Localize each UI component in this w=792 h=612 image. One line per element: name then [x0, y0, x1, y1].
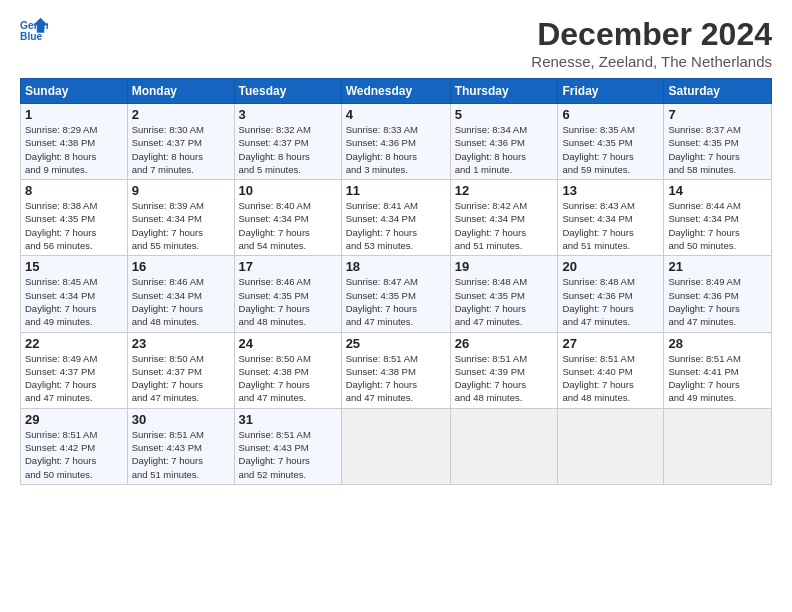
day-cell: 18Sunrise: 8:47 AM Sunset: 4:35 PM Dayli… [341, 256, 450, 332]
day-number: 14 [668, 183, 767, 198]
day-number: 4 [346, 107, 446, 122]
week-row-4: 22Sunrise: 8:49 AM Sunset: 4:37 PM Dayli… [21, 332, 772, 408]
day-info: Sunrise: 8:35 AM Sunset: 4:35 PM Dayligh… [562, 123, 659, 176]
day-info: Sunrise: 8:49 AM Sunset: 4:37 PM Dayligh… [25, 352, 123, 405]
day-cell: 9Sunrise: 8:39 AM Sunset: 4:34 PM Daylig… [127, 180, 234, 256]
day-info: Sunrise: 8:37 AM Sunset: 4:35 PM Dayligh… [668, 123, 767, 176]
day-cell [341, 408, 450, 484]
day-info: Sunrise: 8:49 AM Sunset: 4:36 PM Dayligh… [668, 275, 767, 328]
day-cell: 8Sunrise: 8:38 AM Sunset: 4:35 PM Daylig… [21, 180, 128, 256]
day-number: 1 [25, 107, 123, 122]
day-number: 24 [239, 336, 337, 351]
day-info: Sunrise: 8:38 AM Sunset: 4:35 PM Dayligh… [25, 199, 123, 252]
day-cell: 19Sunrise: 8:48 AM Sunset: 4:35 PM Dayli… [450, 256, 558, 332]
day-cell: 20Sunrise: 8:48 AM Sunset: 4:36 PM Dayli… [558, 256, 664, 332]
column-header-monday: Monday [127, 79, 234, 104]
day-info: Sunrise: 8:47 AM Sunset: 4:35 PM Dayligh… [346, 275, 446, 328]
day-info: Sunrise: 8:51 AM Sunset: 4:43 PM Dayligh… [132, 428, 230, 481]
day-info: Sunrise: 8:41 AM Sunset: 4:34 PM Dayligh… [346, 199, 446, 252]
day-number: 27 [562, 336, 659, 351]
day-cell: 31Sunrise: 8:51 AM Sunset: 4:43 PM Dayli… [234, 408, 341, 484]
day-info: Sunrise: 8:29 AM Sunset: 4:38 PM Dayligh… [25, 123, 123, 176]
header: General Blue December 2024 Renesse, Zeel… [20, 16, 772, 70]
column-header-thursday: Thursday [450, 79, 558, 104]
day-number: 21 [668, 259, 767, 274]
day-cell: 15Sunrise: 8:45 AM Sunset: 4:34 PM Dayli… [21, 256, 128, 332]
column-header-friday: Friday [558, 79, 664, 104]
day-info: Sunrise: 8:48 AM Sunset: 4:36 PM Dayligh… [562, 275, 659, 328]
day-cell: 26Sunrise: 8:51 AM Sunset: 4:39 PM Dayli… [450, 332, 558, 408]
day-number: 6 [562, 107, 659, 122]
column-header-wednesday: Wednesday [341, 79, 450, 104]
logo-icon: General Blue [20, 16, 48, 44]
day-info: Sunrise: 8:32 AM Sunset: 4:37 PM Dayligh… [239, 123, 337, 176]
day-cell: 6Sunrise: 8:35 AM Sunset: 4:35 PM Daylig… [558, 104, 664, 180]
day-info: Sunrise: 8:51 AM Sunset: 4:42 PM Dayligh… [25, 428, 123, 481]
day-cell: 13Sunrise: 8:43 AM Sunset: 4:34 PM Dayli… [558, 180, 664, 256]
day-cell: 7Sunrise: 8:37 AM Sunset: 4:35 PM Daylig… [664, 104, 772, 180]
day-number: 26 [455, 336, 554, 351]
calendar-page: General Blue December 2024 Renesse, Zeel… [0, 0, 792, 612]
day-number: 20 [562, 259, 659, 274]
day-info: Sunrise: 8:51 AM Sunset: 4:39 PM Dayligh… [455, 352, 554, 405]
column-header-tuesday: Tuesday [234, 79, 341, 104]
day-cell: 5Sunrise: 8:34 AM Sunset: 4:36 PM Daylig… [450, 104, 558, 180]
calendar-table: SundayMondayTuesdayWednesdayThursdayFrid… [20, 78, 772, 485]
day-info: Sunrise: 8:39 AM Sunset: 4:34 PM Dayligh… [132, 199, 230, 252]
day-cell: 2Sunrise: 8:30 AM Sunset: 4:37 PM Daylig… [127, 104, 234, 180]
day-info: Sunrise: 8:44 AM Sunset: 4:34 PM Dayligh… [668, 199, 767, 252]
day-cell: 14Sunrise: 8:44 AM Sunset: 4:34 PM Dayli… [664, 180, 772, 256]
day-cell: 29Sunrise: 8:51 AM Sunset: 4:42 PM Dayli… [21, 408, 128, 484]
day-number: 19 [455, 259, 554, 274]
week-row-1: 1Sunrise: 8:29 AM Sunset: 4:38 PM Daylig… [21, 104, 772, 180]
day-number: 12 [455, 183, 554, 198]
week-row-2: 8Sunrise: 8:38 AM Sunset: 4:35 PM Daylig… [21, 180, 772, 256]
day-cell: 24Sunrise: 8:50 AM Sunset: 4:38 PM Dayli… [234, 332, 341, 408]
day-cell: 17Sunrise: 8:46 AM Sunset: 4:35 PM Dayli… [234, 256, 341, 332]
day-info: Sunrise: 8:51 AM Sunset: 4:38 PM Dayligh… [346, 352, 446, 405]
day-cell: 21Sunrise: 8:49 AM Sunset: 4:36 PM Dayli… [664, 256, 772, 332]
day-cell: 30Sunrise: 8:51 AM Sunset: 4:43 PM Dayli… [127, 408, 234, 484]
day-cell: 10Sunrise: 8:40 AM Sunset: 4:34 PM Dayli… [234, 180, 341, 256]
day-number: 25 [346, 336, 446, 351]
day-number: 7 [668, 107, 767, 122]
day-number: 5 [455, 107, 554, 122]
day-number: 30 [132, 412, 230, 427]
day-number: 10 [239, 183, 337, 198]
day-cell: 28Sunrise: 8:51 AM Sunset: 4:41 PM Dayli… [664, 332, 772, 408]
day-info: Sunrise: 8:51 AM Sunset: 4:41 PM Dayligh… [668, 352, 767, 405]
day-number: 22 [25, 336, 123, 351]
day-number: 28 [668, 336, 767, 351]
day-number: 17 [239, 259, 337, 274]
day-info: Sunrise: 8:46 AM Sunset: 4:35 PM Dayligh… [239, 275, 337, 328]
day-number: 23 [132, 336, 230, 351]
day-info: Sunrise: 8:51 AM Sunset: 4:40 PM Dayligh… [562, 352, 659, 405]
svg-text:Blue: Blue [20, 31, 43, 42]
day-info: Sunrise: 8:43 AM Sunset: 4:34 PM Dayligh… [562, 199, 659, 252]
week-row-3: 15Sunrise: 8:45 AM Sunset: 4:34 PM Dayli… [21, 256, 772, 332]
day-cell [450, 408, 558, 484]
day-cell: 23Sunrise: 8:50 AM Sunset: 4:37 PM Dayli… [127, 332, 234, 408]
main-title: December 2024 [531, 16, 772, 53]
day-cell: 25Sunrise: 8:51 AM Sunset: 4:38 PM Dayli… [341, 332, 450, 408]
day-number: 3 [239, 107, 337, 122]
week-row-5: 29Sunrise: 8:51 AM Sunset: 4:42 PM Dayli… [21, 408, 772, 484]
day-number: 11 [346, 183, 446, 198]
day-cell: 3Sunrise: 8:32 AM Sunset: 4:37 PM Daylig… [234, 104, 341, 180]
day-cell: 4Sunrise: 8:33 AM Sunset: 4:36 PM Daylig… [341, 104, 450, 180]
column-header-saturday: Saturday [664, 79, 772, 104]
day-info: Sunrise: 8:45 AM Sunset: 4:34 PM Dayligh… [25, 275, 123, 328]
day-cell: 16Sunrise: 8:46 AM Sunset: 4:34 PM Dayli… [127, 256, 234, 332]
day-cell: 12Sunrise: 8:42 AM Sunset: 4:34 PM Dayli… [450, 180, 558, 256]
day-cell: 11Sunrise: 8:41 AM Sunset: 4:34 PM Dayli… [341, 180, 450, 256]
day-number: 9 [132, 183, 230, 198]
subtitle: Renesse, Zeeland, The Netherlands [531, 53, 772, 70]
day-number: 31 [239, 412, 337, 427]
day-cell: 1Sunrise: 8:29 AM Sunset: 4:38 PM Daylig… [21, 104, 128, 180]
day-number: 15 [25, 259, 123, 274]
day-info: Sunrise: 8:30 AM Sunset: 4:37 PM Dayligh… [132, 123, 230, 176]
day-number: 29 [25, 412, 123, 427]
calendar-header-row: SundayMondayTuesdayWednesdayThursdayFrid… [21, 79, 772, 104]
column-header-sunday: Sunday [21, 79, 128, 104]
day-info: Sunrise: 8:34 AM Sunset: 4:36 PM Dayligh… [455, 123, 554, 176]
